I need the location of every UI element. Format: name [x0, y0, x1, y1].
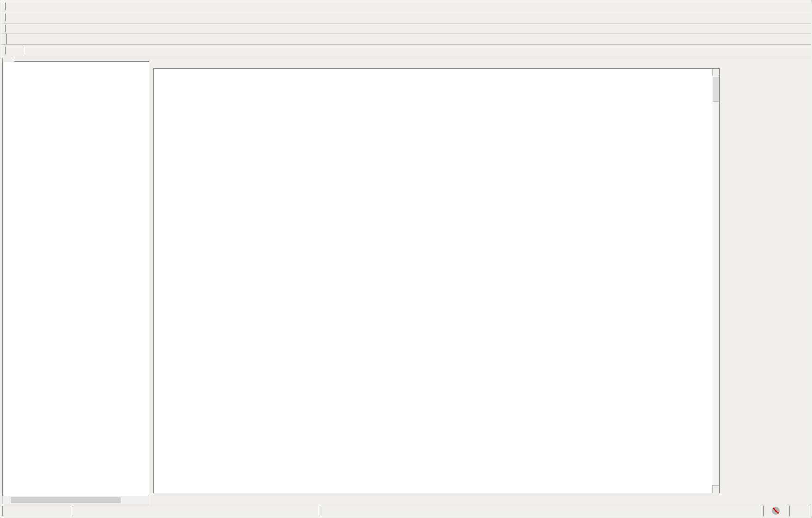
toolbar2-grip — [4, 25, 6, 32]
status-connection-panel — [763, 506, 787, 516]
action-menu[interactable] — [7, 49, 14, 52]
estimate-grid — [153, 68, 720, 493]
status-panel-2 — [74, 506, 319, 516]
menu-bar — [1, 1, 811, 12]
scroll-left-icon[interactable] — [3, 497, 11, 504]
tab-structure[interactable] — [2, 58, 14, 62]
status-bar — [1, 504, 811, 517]
scroll-up-icon[interactable] — [712, 69, 719, 76]
workspace — [1, 56, 811, 504]
panel-splitter[interactable] — [149, 57, 153, 504]
open-windows-button[interactable] — [7, 25, 14, 32]
project-tree — [2, 61, 149, 496]
view-tab-bar — [153, 493, 810, 504]
toolbar-grip — [4, 14, 6, 21]
structure-panel — [2, 57, 149, 504]
vscroll-thumb[interactable] — [713, 77, 719, 102]
menubar-grip — [4, 3, 6, 10]
grid-empty-area — [154, 69, 712, 493]
tree-hscrollbar[interactable] — [2, 496, 149, 504]
content-tab-bar — [153, 57, 810, 68]
toolbar-actions — [1, 45, 811, 56]
language-indicator[interactable] — [789, 506, 810, 516]
status-panel-3 — [321, 506, 762, 516]
scroll-right-icon[interactable] — [141, 497, 149, 504]
toolbar3-grip — [4, 47, 6, 54]
status-panel-1 — [2, 506, 72, 516]
view-menu[interactable] — [14, 49, 22, 52]
scroll-down-icon[interactable] — [712, 485, 719, 493]
main-tab-bar — [1, 34, 811, 45]
grid-vscrollbar[interactable] — [712, 69, 719, 493]
toolbar-main — [1, 12, 811, 24]
scroll-thumb[interactable] — [11, 497, 121, 503]
no-connection-icon — [772, 507, 780, 515]
estimate-panel — [153, 57, 810, 504]
toolbar-panels — [1, 24, 811, 34]
application-window — [0, 0, 812, 518]
